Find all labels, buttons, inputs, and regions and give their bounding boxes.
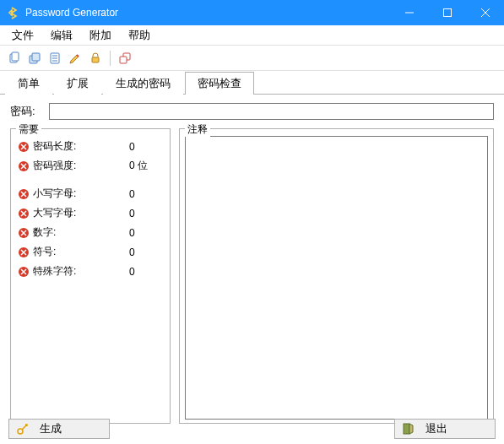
requirements-box: 需要 密码长度: 0 密码强度: 0 位 小写字母: 0 大写字母: 0 (10, 128, 171, 424)
req-strength: 密码强度: 0 位 (18, 159, 163, 173)
req-symbols: 符号: 0 (18, 245, 163, 259)
notes-area[interactable] (185, 136, 488, 420)
maximize-button[interactable] (428, 0, 466, 25)
toolbar-overlap-icon[interactable] (116, 49, 134, 68)
notes-box: 注释 (179, 128, 494, 424)
key-icon (16, 422, 30, 436)
req-length-label: 密码长度: (33, 139, 126, 154)
fail-icon (18, 227, 30, 239)
svg-rect-30 (404, 424, 409, 434)
req-length: 密码长度: 0 (18, 139, 163, 154)
toolbar (0, 46, 504, 71)
password-label: 密码: (10, 104, 42, 119)
toolbar-copy-icon[interactable] (5, 49, 24, 68)
generate-label: 生成 (40, 421, 109, 436)
requirements-title: 需要 (16, 122, 41, 137)
app-icon (7, 6, 20, 19)
menu-extra[interactable]: 附加 (81, 25, 120, 46)
exit-label: 退出 (425, 421, 495, 436)
password-row: 密码: (10, 103, 494, 120)
close-button[interactable] (466, 0, 504, 25)
fail-icon (18, 208, 30, 219)
minimize-button[interactable] (390, 0, 428, 25)
fail-icon (18, 141, 30, 153)
tab-bar: 简单 扩展 生成的密码 密码检查 (0, 74, 504, 95)
toolbar-duplicate-icon[interactable] (25, 49, 44, 68)
tab-simple[interactable]: 简单 (5, 72, 52, 95)
toolbar-edit-icon[interactable] (66, 49, 84, 68)
exit-button[interactable]: 退出 (394, 419, 496, 439)
window-controls (390, 0, 504, 25)
req-upper-value: 0 (129, 208, 163, 219)
req-special: 特殊字符: 0 (18, 264, 163, 279)
window-title: Password Generator (25, 7, 390, 19)
svg-rect-7 (32, 53, 40, 61)
menu-file[interactable]: 文件 (3, 25, 42, 46)
svg-rect-1 (443, 9, 451, 17)
tab-password-check[interactable]: 密码检查 (185, 72, 254, 95)
fail-icon (18, 188, 30, 200)
titlebar: Password Generator (0, 0, 504, 25)
main-area: 需要 密码长度: 0 密码强度: 0 位 小写字母: 0 大写字母: 0 (10, 128, 494, 424)
req-strength-label: 密码强度: (33, 159, 126, 173)
req-lower-label: 小写字母: (33, 187, 126, 201)
generate-button[interactable]: 生成 (8, 419, 110, 439)
req-special-value: 0 (129, 266, 163, 278)
req-length-value: 0 (129, 141, 163, 153)
req-digits-value: 0 (129, 227, 163, 239)
req-digits: 数字: 0 (18, 225, 163, 240)
req-digits-label: 数字: (33, 225, 126, 240)
toolbar-separator (110, 51, 111, 66)
menu-help[interactable]: 帮助 (120, 25, 159, 46)
svg-rect-5 (12, 52, 19, 61)
password-input[interactable] (49, 103, 494, 120)
menubar: 文件 编辑 附加 帮助 (0, 25, 504, 46)
req-symbols-value: 0 (129, 246, 163, 258)
notes-title: 注释 (185, 122, 210, 137)
req-lower: 小写字母: 0 (18, 187, 163, 201)
req-upper: 大写字母: 0 (18, 206, 163, 220)
tab-generated[interactable]: 生成的密码 (103, 72, 183, 95)
tab-extended[interactable]: 扩展 (54, 72, 101, 95)
exit-icon (402, 422, 415, 436)
toolbar-document-icon[interactable] (46, 49, 64, 68)
req-symbols-label: 符号: (33, 245, 126, 259)
fail-icon (18, 160, 30, 172)
svg-rect-12 (92, 57, 99, 62)
req-lower-value: 0 (129, 188, 163, 200)
req-strength-value: 0 位 (129, 159, 163, 173)
toolbar-lock-icon[interactable] (86, 49, 105, 68)
fail-icon (18, 266, 30, 278)
fail-icon (18, 246, 30, 258)
svg-rect-14 (120, 57, 127, 63)
tab-content: 密码: 需要 密码长度: 0 密码强度: 0 位 小写字母: 0 (0, 95, 504, 430)
req-upper-label: 大写字母: (33, 206, 126, 220)
footer: 生成 退出 (8, 419, 496, 439)
menu-edit[interactable]: 编辑 (42, 25, 81, 46)
req-special-label: 特殊字符: (33, 264, 126, 279)
